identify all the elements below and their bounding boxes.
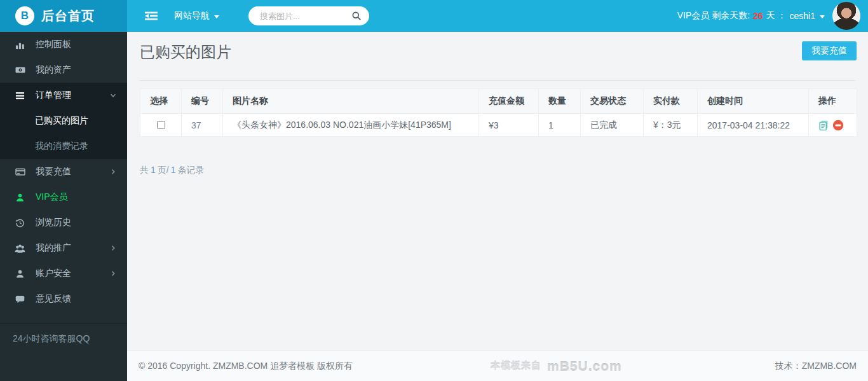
page-footer: © 2016 Copyright. ZMZMB.COM 追梦者模板 版权所有 本…	[127, 350, 868, 381]
cell-id: 37	[182, 114, 223, 137]
history-icon	[14, 218, 26, 228]
pagination-label: 条记录	[177, 165, 204, 175]
col-header-created: 创建时间	[698, 89, 809, 114]
sidebar-subitem-label: 已购买的图片	[35, 115, 88, 127]
users-icon	[14, 244, 26, 253]
sidebar: 控制面板 我的资产 订单管理	[0, 32, 127, 381]
user-menu[interactable]: ceshi1	[790, 11, 825, 21]
coin-logo-letter: B	[21, 10, 29, 22]
col-header-paid: 实付款	[644, 89, 698, 114]
vip-days-suffix: 天 ：	[766, 10, 787, 22]
vip-days-remaining: 26	[753, 11, 763, 21]
recharge-button[interactable]: 我要充值	[802, 41, 857, 60]
col-header-status: 交易状态	[581, 89, 644, 114]
tech-credit-text: 技术：ZMZMB.COM	[775, 361, 857, 372]
username: ceshi1	[790, 11, 815, 21]
caret-down-icon	[214, 15, 219, 18]
sidebar-item-label: 账户安全	[36, 268, 71, 279]
cell-quantity: 1	[539, 114, 581, 137]
col-header-amount: 充值金额	[479, 89, 539, 114]
page-title: 已购买的图片	[140, 42, 855, 62]
user-icon	[14, 193, 26, 202]
delete-action-icon[interactable]	[832, 120, 844, 131]
col-header-image-name: 图片名称	[223, 89, 479, 114]
copyright-text: © 2016 Copyright. ZMZMB.COM 追梦者模板 版权所有	[139, 361, 353, 372]
content-header: 已购买的图片 我要充值	[127, 32, 868, 62]
sidebar-group-orders: 订单管理 已购买的图片 我的消费记录	[0, 83, 127, 159]
cell-status: 已完成	[581, 114, 644, 137]
row-select-checkbox[interactable]	[157, 121, 165, 129]
brand-title: 后台首页	[41, 8, 95, 25]
chevron-right-icon	[109, 168, 117, 176]
comment-icon	[14, 294, 26, 304]
sidebar-item-spending-records[interactable]: 我的消费记录	[0, 134, 127, 159]
site-nav-label: 网站导航	[174, 10, 210, 22]
search-icon[interactable]	[351, 11, 362, 21]
sidebar-item-label: 意见反馈	[36, 293, 71, 305]
search-box	[248, 6, 369, 25]
vip-days-prefix: VIP会员 剩余天数:	[677, 10, 750, 22]
sidebar-item-label: VIP会员	[36, 191, 68, 203]
table-header-row: 选择 编号 图片名称 充值金额 数量 交易状态 实付款 创建时间 操作	[140, 89, 857, 114]
chevron-right-icon	[109, 270, 117, 277]
main-content: 已购买的图片 我要充值 选择 编号 图片名称 充值金额 数量	[127, 32, 868, 350]
sidebar-item-feedback[interactable]: 意见反馈	[0, 286, 127, 312]
sidebar-service-header: 24小时咨询客服QQ	[0, 323, 127, 354]
sidebar-item-purchased-images[interactable]: 已购买的图片	[0, 108, 127, 134]
col-header-quantity: 数量	[539, 89, 581, 114]
cell-actions	[809, 114, 857, 137]
user-icon	[14, 269, 26, 279]
sidebar-item-account-security[interactable]: 账户安全	[0, 261, 127, 286]
sidebar-item-order-management[interactable]: 订单管理	[0, 83, 127, 108]
search-input[interactable]	[259, 11, 351, 22]
pagination-record-count: 1	[171, 165, 176, 175]
cell-paid: ¥：3元	[644, 114, 698, 137]
sidebar-item-label: 浏览历史	[36, 217, 71, 228]
sidebar-item-label: 我的资产	[36, 64, 71, 76]
sidebar-item-dashboard[interactable]: 控制面板	[0, 32, 127, 57]
col-header-id: 编号	[182, 89, 223, 114]
mb5u-logo: mB5U.com	[547, 359, 622, 374]
vip-status-text: VIP会员 剩余天数: 26 天 ：	[677, 10, 787, 22]
sidebar-toggle-icon[interactable]	[145, 11, 158, 21]
brand[interactable]: B 后台首页	[0, 0, 127, 32]
col-header-select: 选择	[140, 89, 182, 114]
list-icon	[14, 91, 26, 100]
chevron-down-icon	[109, 92, 117, 99]
pagination-label: 页/	[158, 165, 169, 175]
cell-amount: ¥3	[479, 114, 539, 137]
table-row: 37 《头条女神》2016.06.03 NO.021油画小学妹[41P365M]…	[140, 114, 857, 137]
sidebar-item-label: 我要充值	[36, 166, 71, 177]
navbar-left: 网站导航	[127, 0, 369, 32]
sidebar-item-assets[interactable]: 我的资产	[0, 57, 127, 83]
cell-select	[140, 114, 182, 137]
screen: B 后台首页 网站导航	[0, 0, 868, 381]
sidebar-item-label: 控制面板	[36, 39, 71, 50]
caret-down-icon	[820, 15, 825, 18]
col-header-actions: 操作	[809, 89, 857, 114]
sidebar-item-history[interactable]: 浏览历史	[0, 210, 127, 235]
bar-chart-icon	[14, 40, 26, 50]
pagination-summary: 共1页/1条记录	[140, 165, 855, 176]
sidebar-item-recharge[interactable]: 我要充值	[0, 159, 127, 184]
pagination-label: 共	[140, 165, 149, 175]
pagination-page-count: 1	[151, 165, 156, 175]
site-nav-dropdown[interactable]: 网站导航	[172, 0, 222, 32]
credit-card-icon	[14, 167, 26, 177]
watermark-prefix: 本模板来自	[491, 360, 541, 372]
sidebar-item-label: 订单管理	[36, 90, 71, 101]
cell-created: 2017-03-04 21:38:22	[698, 114, 809, 137]
copy-action-icon[interactable]	[818, 120, 829, 131]
user-avatar[interactable]	[832, 2, 860, 30]
sidebar-item-vip[interactable]: VIP会员	[0, 184, 127, 210]
chevron-right-icon	[109, 244, 117, 252]
purchased-images-table: 选择 编号 图片名称 充值金额 数量 交易状态 实付款 创建时间 操作	[140, 88, 857, 137]
cell-image-name: 《头条女神》2016.06.03 NO.021油画小学妹[41P365M]	[223, 114, 479, 137]
navbar-right: VIP会员 剩余天数: 26 天 ： ceshi1	[677, 2, 868, 30]
coin-logo-icon: B	[15, 6, 34, 25]
sidebar-item-label: 我的推广	[36, 242, 71, 254]
template-watermark: 本模板来自 mB5U.com	[491, 359, 622, 374]
sidebar-item-promotion[interactable]: 我的推广	[0, 235, 127, 261]
money-bill-icon	[14, 65, 26, 75]
top-navbar: B 后台首页 网站导航	[0, 0, 868, 32]
